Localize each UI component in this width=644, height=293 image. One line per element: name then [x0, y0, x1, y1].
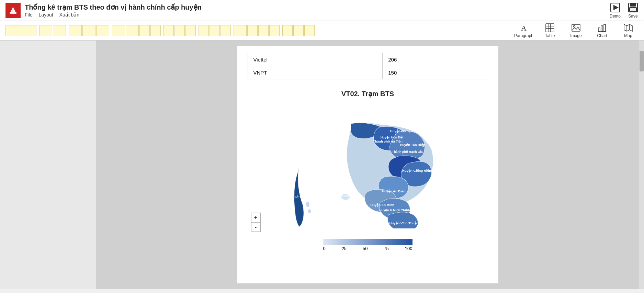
toolbar-block-4[interactable] — [69, 25, 82, 36]
zoom-in-button[interactable]: + — [251, 213, 261, 222]
demo-button[interactable]: Demo — [610, 2, 621, 19]
svg-rect-16 — [601, 26, 603, 32]
menu-bar: File Layout Xuất bản — [25, 12, 202, 18]
save-button[interactable]: Save — [628, 2, 639, 19]
cell-viettel-value: 206 — [383, 53, 488, 66]
title-block: Thống kê trạm BTS theo đơn vị hành chính… — [25, 3, 202, 18]
image-tool[interactable]: Image — [566, 23, 586, 38]
table-label: Table — [545, 33, 555, 38]
toolbar-block-6[interactable] — [96, 25, 109, 36]
table-row-1: Viettel 206 — [248, 53, 488, 66]
svg-marker-19 — [624, 24, 632, 31]
menu-layout[interactable]: Layout — [39, 12, 53, 18]
chart-tool[interactable]: Chart — [592, 23, 612, 38]
map-tool[interactable]: Map — [618, 23, 639, 38]
toolbar-block-7[interactable] — [112, 25, 125, 36]
label-rach-gia: Thành phố Rạch Giá — [392, 150, 423, 154]
toolbar-block-9[interactable] — [139, 25, 150, 36]
paragraph-tool[interactable]: A Paragraph — [513, 23, 534, 38]
legend-labels: 0 25 50 75 100 — [323, 246, 413, 251]
toolbar-right: A Paragraph Table Image — [513, 23, 639, 38]
toolbar-group-4 — [112, 25, 161, 36]
label-ha-tien: Thành phố Hà Tiên — [373, 139, 403, 143]
sidebar-right — [639, 41, 644, 289]
legend-25: 25 — [342, 246, 347, 251]
toolbar-block-17[interactable] — [234, 25, 247, 36]
toolbar-block-22[interactable] — [293, 25, 304, 36]
toolbar-block-2[interactable] — [39, 25, 52, 36]
toolbar-block-5[interactable] — [82, 25, 95, 36]
zoom-out-button[interactable]: - — [251, 222, 261, 232]
map-label: Map — [624, 33, 632, 38]
legend-min: 0 — [323, 246, 326, 251]
toolbar-group-5 — [163, 25, 196, 36]
label-phu-quoc: Thành phố Phú Quốc — [284, 194, 317, 198]
scrollbar-track[interactable] — [639, 41, 644, 289]
toolbar-block-11[interactable] — [163, 25, 174, 36]
label-an-minh: Huyện An Minh — [370, 203, 394, 207]
toolbar-block-14[interactable] — [199, 25, 209, 36]
toolbar-group-3 — [69, 25, 109, 36]
legend-container: 0 25 50 75 100 — [248, 239, 488, 251]
toolbar-block-21[interactable] — [282, 25, 293, 36]
data-table: Viettel 206 VNPT 150 — [248, 53, 488, 79]
toolbar-group-8 — [282, 25, 315, 36]
cell-vnpt-name: VNPT — [248, 66, 383, 79]
toolbar-block-8[interactable] — [126, 25, 139, 36]
toolbar-block-19[interactable] — [258, 25, 269, 36]
toolbar-group-2 — [39, 25, 66, 36]
toolbar-block-3[interactable] — [53, 25, 66, 36]
header: Thống kê trạm BTS theo đơn vị hành chính… — [0, 0, 644, 21]
label-tan-hiep: Huyện Tân Hiệp — [400, 143, 425, 147]
svg-point-22 — [306, 202, 309, 207]
label-vinh-thuan: Huyện Vĩnh Thuận — [389, 221, 418, 225]
menu-export[interactable]: Xuất bản — [59, 12, 79, 18]
svg-text:A: A — [521, 24, 527, 32]
svg-rect-1 — [10, 12, 16, 13]
toolbar-block-23[interactable] — [304, 25, 315, 36]
table-row-2: VNPT 150 — [248, 66, 488, 79]
toolbar-block-13[interactable] — [185, 25, 196, 36]
paragraph-label: Paragraph — [514, 33, 533, 38]
header-right: Demo Save — [610, 2, 639, 19]
logo — [5, 3, 21, 18]
scrollbar-thumb[interactable] — [640, 51, 644, 71]
toolbar-group-1 — [5, 25, 36, 36]
sidebar-left — [0, 41, 96, 289]
chart-label: Chart — [597, 33, 607, 38]
legend-bar — [323, 239, 413, 245]
label-kien-hai: Huyện Kiên Hải — [333, 193, 358, 198]
label-u-minh: Huyện U Minh Thượng — [379, 209, 413, 212]
legend-75: 75 — [384, 246, 388, 251]
header-left: Thống kê trạm BTS theo đơn vị hành chính… — [5, 3, 202, 18]
svg-point-14 — [574, 26, 575, 27]
legend-50: 50 — [363, 246, 368, 251]
toolbar-block-18[interactable] — [247, 25, 258, 36]
map-controls: + - — [251, 213, 261, 232]
label-hon-dat: Huyện Hòn Đất — [380, 135, 403, 139]
main: Viettel 206 VNPT 150 VT02. Trạm BTS — [0, 41, 644, 289]
svg-rect-15 — [598, 28, 600, 32]
cell-viettel-name: Viettel — [248, 53, 383, 66]
toolbar-block-15[interactable] — [210, 25, 220, 36]
toolbar-block-10[interactable] — [150, 25, 161, 36]
svg-marker-3 — [614, 5, 618, 10]
page: Viettel 206 VNPT 150 VT02. Trạm BTS — [237, 46, 498, 283]
toolbar-block-12[interactable] — [174, 25, 185, 36]
legend-max: 100 — [405, 246, 413, 251]
table-tool[interactable]: Table — [540, 23, 560, 38]
toolbar-block-1[interactable] — [5, 25, 36, 36]
map-container: Huyện Giang Thành Thành phố Hà Tiên Huyệ… — [248, 105, 488, 235]
map-title: VT02. Trạm BTS — [248, 90, 488, 98]
image-label: Image — [570, 33, 581, 38]
toolbar-group-6 — [199, 25, 231, 36]
menu-file[interactable]: File — [25, 12, 33, 18]
toolbar-block-20[interactable] — [269, 25, 280, 36]
toolbar: A Paragraph Table Image — [0, 21, 644, 41]
app-title: Thống kê trạm BTS theo đơn vị hành chính… — [25, 3, 202, 11]
toolbar-group-7 — [234, 25, 280, 36]
label-giang-thanh: Huyện Giang Thành — [390, 129, 421, 133]
content-area: Viettel 206 VNPT 150 VT02. Trạm BTS — [96, 41, 639, 289]
toolbar-block-16[interactable] — [221, 25, 231, 36]
label-giong-rieng: Huyện Giồng Riềng — [402, 169, 433, 172]
